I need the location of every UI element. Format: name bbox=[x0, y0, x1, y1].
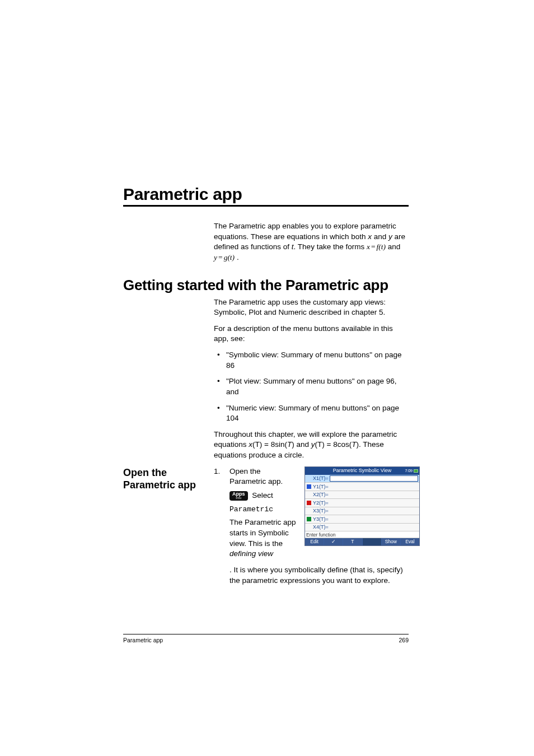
equation-y-gt: y=g(t) bbox=[214, 253, 235, 262]
page-footer: Parametric app 269 bbox=[123, 634, 409, 643]
text: and bbox=[386, 242, 400, 251]
calc-row-label: Y3(T)= bbox=[313, 516, 330, 522]
color-swatch bbox=[307, 484, 311, 489]
list-item: "Symbolic view: Summary of menu buttons"… bbox=[214, 350, 409, 371]
intro-paragraph: The Parametric app enables you to explor… bbox=[214, 221, 409, 263]
calc-status-text: Enter function bbox=[305, 531, 419, 538]
battery-icon bbox=[414, 469, 418, 473]
calc-row-field[interactable] bbox=[330, 508, 418, 514]
footer-page-number: 269 bbox=[399, 637, 409, 643]
calc-titlebar: Parametric Symbolic View 7:09 bbox=[305, 467, 419, 475]
calc-row[interactable]: Y3(T)= bbox=[305, 515, 419, 524]
text: = 8sin( bbox=[262, 440, 287, 449]
calc-title: Parametric Symbolic View bbox=[305, 467, 419, 474]
eq-op: = bbox=[370, 242, 377, 251]
text: and bbox=[372, 232, 388, 241]
step-number: 1. bbox=[214, 466, 224, 477]
calc-row[interactable]: X2(T)= bbox=[305, 491, 419, 500]
key-label-small: Info bbox=[232, 496, 245, 500]
calc-row[interactable]: Y1(T)= bbox=[305, 483, 419, 491]
footer-left: Parametric app bbox=[123, 637, 163, 643]
calc-row[interactable]: X4(T)= bbox=[305, 524, 419, 532]
chapter-rule bbox=[123, 205, 409, 207]
softkey-edit[interactable]: Edit bbox=[305, 538, 324, 545]
calc-row-field[interactable] bbox=[330, 516, 418, 522]
text: The Parametric app starts in Symbolic vi… bbox=[229, 518, 296, 547]
chapter-title-block: Parametric app bbox=[123, 185, 409, 207]
var-y: y bbox=[388, 232, 392, 241]
em-defining-view: defining view bbox=[229, 549, 273, 558]
text: (T) bbox=[315, 440, 325, 449]
list-item: "Plot view: Summary of menu buttons" on … bbox=[214, 376, 409, 397]
color-swatch bbox=[307, 508, 311, 513]
mono-parametric: Parametric bbox=[229, 505, 298, 515]
calc-row-field[interactable] bbox=[330, 524, 418, 530]
section-body-2: Throughout this chapter, we will explore… bbox=[214, 430, 409, 461]
softkey-eval[interactable]: Eval bbox=[401, 538, 419, 545]
var-x: x bbox=[368, 232, 372, 241]
text: Open the Parametric app. bbox=[229, 466, 298, 487]
section-title: Getting started with the Parametric app bbox=[123, 277, 409, 294]
color-swatch bbox=[307, 501, 311, 505]
step-continuation: . It is where you symbolically define (t… bbox=[214, 565, 409, 586]
text: ) and bbox=[292, 440, 311, 449]
calc-row-field[interactable] bbox=[330, 492, 418, 498]
key-line: Apps Info Select bbox=[229, 491, 298, 501]
text: The Parametric app starts in Symbolic vi… bbox=[229, 517, 298, 559]
page-content: Parametric app The Parametric app enable… bbox=[123, 185, 409, 586]
text: . They take the forms bbox=[294, 242, 367, 251]
calc-softkeys: Edit✓TShowEval bbox=[305, 538, 419, 545]
step-row: 1. Open the Parametric app. Apps Info Se… bbox=[214, 466, 420, 563]
apps-key-icon: Apps Info bbox=[229, 491, 248, 501]
calc-row-label: X1(T)= bbox=[313, 475, 330, 482]
calc-row-label: X4(T)= bbox=[313, 524, 330, 530]
calc-row-label: X2(T)= bbox=[313, 491, 330, 498]
eq-rhs-arg: (t) bbox=[378, 242, 386, 251]
step-block: Open the Parametric app 1. Open the Para… bbox=[123, 466, 409, 563]
calc-row-label: X3(T)= bbox=[313, 507, 330, 514]
section-body: The Parametric app uses the customary ap… bbox=[214, 297, 409, 345]
color-swatch bbox=[307, 476, 311, 480]
text: The Parametric app uses the customary ap… bbox=[214, 297, 409, 318]
text: (T) bbox=[252, 440, 262, 449]
calc-rows: X1(T)=Y1(T)=X2(T)=Y2(T)=X3(T)=Y3(T)=X4(T… bbox=[305, 475, 419, 532]
bullet-list: "Symbolic view: Summary of menu buttons"… bbox=[214, 350, 409, 424]
calc-row[interactable]: Y2(T)= bbox=[305, 499, 419, 507]
calc-row-label: Y1(T)= bbox=[313, 483, 330, 490]
color-swatch bbox=[307, 525, 311, 529]
calc-row[interactable]: X1(T)= bbox=[305, 475, 419, 483]
softkey-✓[interactable]: ✓ bbox=[324, 538, 343, 545]
color-swatch bbox=[307, 517, 311, 521]
equation-x-ft: x=f(t) bbox=[367, 242, 386, 251]
side-heading: Open the Parametric app bbox=[123, 466, 214, 492]
chapter-title: Parametric app bbox=[123, 185, 409, 204]
calc-row-field[interactable] bbox=[330, 475, 418, 482]
text: = 8cos( bbox=[325, 440, 352, 449]
text: . bbox=[235, 253, 239, 262]
eq-y: y bbox=[311, 440, 315, 449]
calc-row-field[interactable] bbox=[330, 500, 418, 506]
calc-status-area: 7:09 bbox=[405, 467, 418, 475]
step-body: Open the Parametric app. Apps Info Selec… bbox=[229, 466, 420, 563]
calculator-screenshot: Parametric Symbolic View 7:09 X1(T)=Y1(T… bbox=[305, 466, 420, 547]
step-text: Open the Parametric app. Apps Info Selec… bbox=[229, 466, 298, 563]
color-swatch bbox=[307, 492, 311, 497]
eq-op: = bbox=[217, 253, 224, 262]
calc-row-field[interactable] bbox=[330, 483, 418, 489]
softkey-show[interactable]: Show bbox=[382, 538, 401, 545]
calc-row[interactable]: X3(T)= bbox=[305, 507, 419, 516]
list-item: "Numeric view: Summary of menu buttons" … bbox=[214, 403, 409, 424]
text: For a description of the menu buttons av… bbox=[214, 324, 409, 344]
text: Select bbox=[252, 491, 273, 500]
text: . It is where you symbolically define (t… bbox=[229, 566, 403, 585]
eq-T: T bbox=[287, 440, 292, 449]
calc-time: 7:09 bbox=[405, 468, 413, 474]
step-column: 1. Open the Parametric app. Apps Info Se… bbox=[214, 466, 420, 563]
softkey-blank[interactable] bbox=[363, 538, 382, 545]
softkey-t[interactable]: T bbox=[343, 538, 362, 545]
eq-rhs-arg: (t) bbox=[227, 253, 235, 262]
calc-row-label: Y2(T)= bbox=[313, 500, 330, 506]
